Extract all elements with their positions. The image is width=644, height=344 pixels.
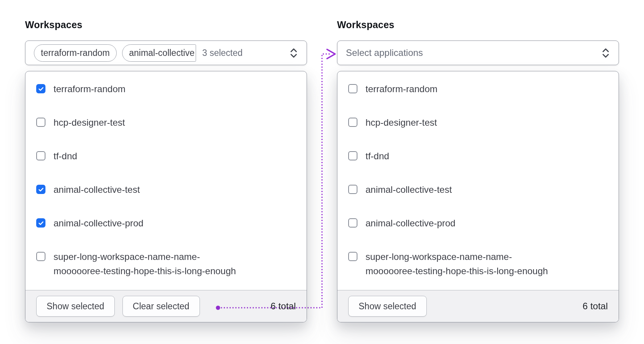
option-label: animal-collective-test — [366, 182, 452, 197]
listbox-footer: Show selectedClear selected 6 total — [25, 290, 307, 322]
checkbox-unchecked[interactable] — [348, 218, 357, 228]
option-row[interactable]: animal-collective-test — [36, 182, 297, 197]
option-row[interactable]: hcp-designer-test — [36, 115, 297, 130]
option-label: animal-collective-test — [54, 182, 140, 197]
option-row[interactable]: super-long-workspace-name-name- mooooore… — [348, 250, 609, 278]
option-row[interactable]: terraform-random — [348, 82, 609, 96]
trigger-placeholder: Select applications — [346, 47, 423, 58]
option-row[interactable]: animal-collective-test — [348, 182, 609, 197]
option-label: tf-dnd — [366, 149, 389, 163]
option-row[interactable]: animal-collective-prod — [36, 216, 297, 230]
check-icon — [38, 220, 44, 226]
option-label: animal-collective-prod — [54, 216, 143, 230]
options-listbox: terraform-randomhcp-designer-testtf-dnda… — [337, 71, 619, 322]
workspaces-multiselect-right: Workspaces Select applications terraform… — [337, 19, 619, 324]
option-label: hcp-designer-test — [54, 115, 125, 130]
options-listbox: terraform-randomhcp-designer-testtf-dnda… — [25, 71, 307, 322]
multiselect-trigger[interactable]: terraform-random animal-collective 3 sel… — [25, 40, 307, 65]
selected-tag-truncated: animal-collective — [122, 44, 196, 62]
footer-buttons: Show selected — [348, 296, 434, 317]
show-selected-button[interactable]: Show selected — [348, 296, 427, 317]
option-label: tf-dnd — [54, 149, 77, 163]
checkbox-checked[interactable] — [36, 185, 45, 194]
option-row[interactable]: hcp-designer-test — [348, 115, 609, 130]
checkbox-unchecked[interactable] — [348, 252, 357, 261]
options-list: terraform-randomhcp-designer-testtf-dnda… — [337, 71, 619, 297]
multiselect-trigger[interactable]: Select applications — [337, 40, 619, 65]
workspaces-label: Workspaces — [337, 19, 394, 30]
listbox-footer: Show selected 6 total — [337, 290, 619, 322]
total-count: 6 total — [271, 301, 296, 312]
options-list: terraform-randomhcp-designer-testtf-dnda… — [25, 71, 307, 297]
checkbox-checked[interactable] — [36, 84, 45, 93]
selected-tag: terraform-random — [34, 44, 117, 62]
option-label: animal-collective-prod — [366, 216, 455, 230]
option-row[interactable]: terraform-random — [36, 82, 297, 96]
option-row[interactable]: animal-collective-prod — [348, 216, 609, 230]
chevron-up-down-icon — [601, 47, 610, 59]
checkbox-unchecked[interactable] — [36, 252, 45, 261]
option-label: super-long-workspace-name-name- mooooore… — [366, 250, 548, 278]
selected-count: 3 selected — [202, 48, 243, 58]
check-icon — [38, 186, 44, 193]
option-label: terraform-random — [366, 82, 438, 96]
workspaces-label: Workspaces — [25, 19, 82, 30]
checkbox-checked[interactable] — [36, 218, 45, 228]
clear-selected-button[interactable]: Clear selected — [122, 296, 200, 317]
checkbox-unchecked[interactable] — [36, 151, 45, 160]
checkbox-unchecked[interactable] — [348, 185, 357, 194]
option-row[interactable]: tf-dnd — [36, 149, 297, 163]
show-selected-button[interactable]: Show selected — [36, 296, 115, 317]
check-icon — [38, 86, 44, 92]
checkbox-unchecked[interactable] — [36, 118, 45, 127]
checkbox-unchecked[interactable] — [348, 118, 357, 127]
footer-buttons: Show selectedClear selected — [36, 296, 208, 317]
option-row[interactable]: super-long-workspace-name-name- mooooore… — [36, 250, 297, 278]
checkbox-unchecked[interactable] — [348, 151, 357, 160]
option-label: terraform-random — [54, 82, 126, 96]
option-label: super-long-workspace-name-name- mooooore… — [54, 250, 236, 278]
workspaces-multiselect-left: Workspaces terraform-random animal-colle… — [25, 19, 307, 324]
option-label: hcp-designer-test — [366, 115, 437, 130]
checkbox-unchecked[interactable] — [348, 84, 357, 93]
connector-arrowhead — [327, 49, 335, 59]
chevron-up-down-icon — [289, 47, 298, 59]
option-row[interactable]: tf-dnd — [348, 149, 609, 163]
total-count: 6 total — [583, 301, 608, 312]
